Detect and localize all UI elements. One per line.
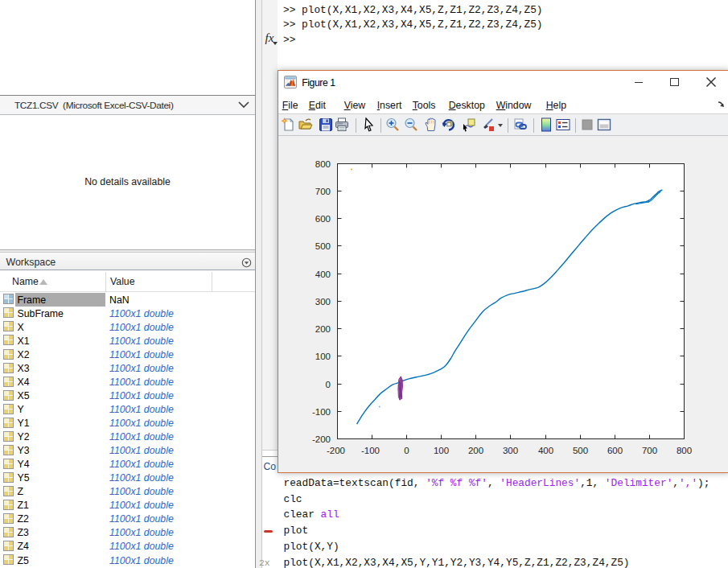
svg-text:700: 700 bbox=[642, 446, 657, 455]
svg-text:600: 600 bbox=[607, 446, 623, 455]
svg-text:300: 300 bbox=[503, 446, 518, 455]
svg-text:100: 100 bbox=[434, 446, 449, 455]
svg-text:200: 200 bbox=[468, 446, 483, 455]
svg-text:600: 600 bbox=[315, 213, 331, 223]
svg-text:400: 400 bbox=[538, 446, 553, 455]
svg-text:300: 300 bbox=[315, 296, 331, 306]
svg-text:500: 500 bbox=[315, 241, 331, 250]
svg-text:800: 800 bbox=[677, 446, 692, 455]
svg-text:400: 400 bbox=[315, 269, 331, 278]
svg-text:100: 100 bbox=[315, 351, 331, 360]
svg-text:200: 200 bbox=[315, 323, 331, 333]
svg-text:-200: -200 bbox=[312, 434, 331, 443]
svg-text:-100: -100 bbox=[361, 446, 380, 455]
svg-text:0: 0 bbox=[404, 446, 409, 455]
svg-text:500: 500 bbox=[573, 446, 588, 455]
svg-text:-200: -200 bbox=[327, 446, 345, 455]
svg-text:0: 0 bbox=[326, 379, 331, 389]
svg-text:800: 800 bbox=[315, 158, 331, 168]
svg-text:700: 700 bbox=[315, 186, 331, 196]
svg-text:-100: -100 bbox=[312, 406, 331, 416]
